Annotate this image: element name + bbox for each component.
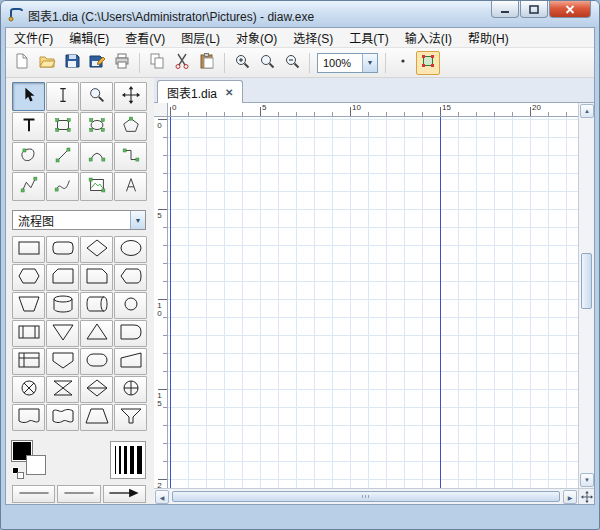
menu-layers[interactable]: 图层(L) — [173, 27, 228, 48]
new-button[interactable] — [10, 51, 34, 75]
tool-bezierline[interactable] — [46, 172, 79, 201]
shape-terminal[interactable] — [80, 348, 113, 375]
horizontal-scroll-thumb[interactable] — [172, 491, 560, 502]
tool-polygon[interactable] — [114, 112, 147, 141]
shape-magnetic-drum[interactable] — [80, 292, 113, 319]
maximize-button[interactable] — [520, 1, 548, 18]
tool-scroll[interactable] — [114, 82, 147, 111]
tool-arc[interactable] — [80, 142, 113, 171]
shape-ellipse[interactable] — [114, 236, 147, 263]
internal-storage-shape-icon — [16, 349, 42, 375]
magnetic-drum-shape-icon — [84, 293, 110, 319]
color-area — [12, 439, 146, 481]
tab-close-icon[interactable]: ✕ — [225, 87, 233, 98]
scroll-up-icon[interactable]: ▲ — [580, 104, 594, 118]
line-width-selector[interactable] — [110, 441, 146, 479]
sheet-selector[interactable]: 流程图 ▼ — [12, 210, 146, 230]
menu-view[interactable]: 查看(V) — [117, 27, 173, 48]
tool-beziergon[interactable] — [12, 142, 45, 171]
tool-text[interactable] — [12, 112, 45, 141]
open-button[interactable] — [35, 51, 59, 75]
line-start-style-button[interactable] — [12, 485, 55, 503]
vertical-scrollbar[interactable]: ▲ ▼ — [578, 103, 594, 488]
bezierline-tool-icon — [53, 175, 73, 199]
tool-image[interactable] — [80, 172, 113, 201]
shape-collate[interactable] — [46, 376, 79, 403]
tool-line[interactable] — [46, 142, 79, 171]
shape-sort[interactable] — [80, 376, 113, 403]
minimize-button[interactable] — [491, 1, 519, 18]
menu-edit[interactable]: 编辑(E) — [61, 27, 117, 48]
line-start-style-icon — [15, 485, 53, 503]
line-style-button[interactable] — [57, 485, 100, 503]
shape-summing-junction[interactable] — [12, 376, 45, 403]
shape-predefined-process[interactable] — [12, 320, 45, 347]
tab-diagram1[interactable]: 图表1.dia ✕ — [157, 80, 243, 103]
background-color-swatch[interactable] — [26, 455, 46, 475]
shape-punched-card[interactable] — [80, 264, 113, 291]
paste-button[interactable] — [195, 51, 219, 75]
shape-manual-input[interactable] — [114, 348, 147, 375]
color-picker[interactable] — [12, 441, 52, 479]
scroll-left-icon[interactable]: ◀ — [155, 490, 169, 504]
shape-process-box[interactable] — [12, 236, 45, 263]
shape-funnel[interactable] — [114, 404, 147, 431]
snap-objects-button[interactable] — [391, 51, 415, 75]
tab-strip: 图表1.dia ✕ — [154, 78, 594, 103]
shape-trapezoid[interactable] — [80, 404, 113, 431]
chevron-down-icon[interactable]: ▼ — [362, 54, 377, 72]
shape-delay[interactable] — [114, 320, 147, 347]
shape-internal-storage[interactable] — [12, 348, 45, 375]
menu-help[interactable]: 帮助(H) — [460, 27, 517, 48]
shape-punched-tape[interactable] — [46, 404, 79, 431]
tool-magnify[interactable] — [80, 82, 113, 111]
tool-ellipse[interactable] — [80, 112, 113, 141]
menu-select[interactable]: 选择(S) — [285, 27, 341, 48]
drawing-canvas[interactable] — [168, 117, 578, 488]
shape-card[interactable] — [46, 264, 79, 291]
tool-outline[interactable] — [114, 172, 147, 201]
shape-extract[interactable] — [80, 320, 113, 347]
menu-tools[interactable]: 工具(T) — [341, 27, 396, 48]
tool-polyline[interactable] — [12, 172, 45, 201]
zoom-in-button[interactable] — [230, 51, 254, 75]
vertical-scroll-thumb[interactable] — [581, 253, 592, 309]
shape-preparation-hexagon[interactable] — [12, 264, 45, 291]
cut-button[interactable] — [170, 51, 194, 75]
shape-display[interactable] — [114, 264, 147, 291]
save-as-button[interactable] — [85, 51, 109, 75]
shape-or-junction[interactable] — [114, 376, 147, 403]
shape-rounded-process[interactable] — [46, 236, 79, 263]
zoom-fit-button[interactable] — [255, 51, 279, 75]
shape-document[interactable] — [12, 404, 45, 431]
tool-text-edit[interactable] — [46, 82, 79, 111]
tool-modify[interactable] — [12, 82, 45, 111]
chevron-down-icon[interactable]: ▼ — [130, 211, 145, 229]
scroll-down-icon[interactable]: ▼ — [580, 473, 594, 487]
scroll-right-icon[interactable]: ▶ — [563, 490, 577, 504]
shape-merge[interactable] — [46, 320, 79, 347]
toolbar-separator — [385, 53, 386, 73]
shape-connector[interactable] — [114, 292, 147, 319]
shape-magnetic-disk[interactable] — [46, 292, 79, 319]
pan-canvas-button[interactable] — [578, 488, 594, 504]
menu-file[interactable]: 文件(F) — [6, 27, 61, 48]
window-title: 图表1.dia (C:\Users\Administrator\Pictures… — [28, 7, 314, 24]
shape-off-page-connector[interactable] — [46, 348, 79, 375]
copy-button[interactable] — [145, 51, 169, 75]
save-button[interactable] — [60, 51, 84, 75]
horizontal-scrollbar[interactable]: ◀ ▶ — [154, 488, 578, 504]
zoom-combobox[interactable]: 100%▼ — [317, 53, 378, 73]
line-end-arrow-button[interactable] — [103, 485, 146, 503]
snap-grid-button[interactable] — [416, 51, 440, 75]
close-button[interactable] — [549, 1, 591, 18]
zoom-out-button[interactable] — [280, 51, 304, 75]
menu-objects[interactable]: 对象(O) — [228, 27, 285, 48]
print-button[interactable] — [110, 51, 134, 75]
shape-decision-diamond[interactable] — [80, 236, 113, 263]
tool-box[interactable] — [46, 112, 79, 141]
tool-zigzagline[interactable] — [114, 142, 147, 171]
menu-input-methods[interactable]: 输入法(I) — [397, 27, 460, 48]
shape-manual-operation[interactable] — [12, 292, 45, 319]
default-colors-icon[interactable] — [12, 467, 24, 479]
